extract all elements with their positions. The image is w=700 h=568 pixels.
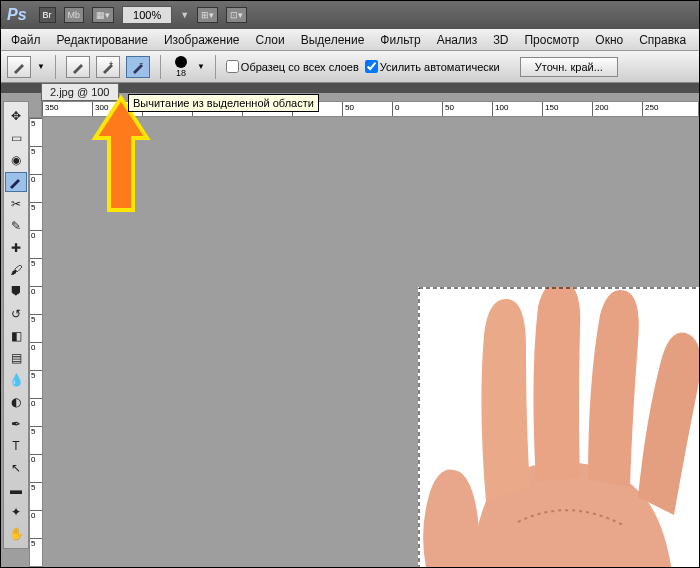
shape-tool-icon[interactable]: ▬: [5, 480, 27, 500]
lasso-tool-icon[interactable]: ◉: [5, 150, 27, 170]
auto-enhance-label: Усилить автоматически: [380, 61, 500, 73]
add-selection-icon[interactable]: +: [96, 56, 120, 78]
zoom-dropdown-icon[interactable]: ▼: [180, 10, 189, 20]
auto-enhance-input[interactable]: [365, 60, 378, 73]
top-btn-hand-icon[interactable]: ⊞▾: [197, 7, 218, 23]
top-btn-screen-icon[interactable]: ⊡▾: [226, 7, 247, 23]
crop-tool-icon[interactable]: ✂: [5, 194, 27, 214]
brush-size-picker[interactable]: 18: [171, 56, 191, 78]
zoom-field[interactable]: 100%: [122, 6, 172, 24]
blur-tool-icon[interactable]: 💧: [5, 370, 27, 390]
svg-text:−: −: [139, 60, 143, 67]
app-bar: Ps Br Mb ▦▾ 100% ▼ ⊞▾ ⊡▾: [1, 1, 699, 29]
type-tool-icon[interactable]: T: [5, 436, 27, 456]
ruler-vertical[interactable]: 55050505050505050: [29, 117, 43, 567]
menu-analysis[interactable]: Анализ: [437, 33, 478, 47]
subtract-selection-icon[interactable]: −: [126, 56, 150, 78]
brush-size-value: 18: [176, 68, 186, 78]
hand-tool-icon[interactable]: ✋: [5, 524, 27, 544]
top-btn-film-icon[interactable]: ▦▾: [92, 7, 114, 23]
sample-all-input[interactable]: [226, 60, 239, 73]
sample-all-label: Образец со всех слоев: [241, 61, 359, 73]
path-tool-icon[interactable]: ↖: [5, 458, 27, 478]
menu-view[interactable]: Просмотр: [524, 33, 579, 47]
marquee-tool-icon[interactable]: ▭: [5, 128, 27, 148]
eyedropper-tool-icon[interactable]: ✎: [5, 216, 27, 236]
tool-preset-dropdown-icon[interactable]: ▼: [37, 62, 45, 71]
menu-window[interactable]: Окно: [595, 33, 623, 47]
menu-image[interactable]: Изображение: [164, 33, 240, 47]
annotation-arrow-icon: [91, 94, 151, 214]
refine-edge-button[interactable]: Уточн. край...: [520, 57, 618, 77]
menu-3d[interactable]: 3D: [493, 33, 508, 47]
tooltip: Вычитание из выделенной области: [128, 94, 319, 112]
pen-tool-icon[interactable]: ✒: [5, 414, 27, 434]
auto-enhance-checkbox[interactable]: Усилить автоматически: [365, 60, 500, 73]
top-btn-mb[interactable]: Mb: [64, 7, 85, 23]
history-brush-icon[interactable]: ↺: [5, 304, 27, 324]
sample-all-checkbox[interactable]: Образец со всех слоев: [226, 60, 359, 73]
brush-dropdown-icon[interactable]: ▼: [197, 62, 205, 71]
svg-text:+: +: [109, 60, 113, 67]
menu-file[interactable]: Файл: [11, 33, 41, 47]
document-image[interactable]: [418, 287, 699, 567]
ps-logo: Ps: [7, 6, 27, 24]
quick-select-tool-icon[interactable]: [5, 172, 27, 192]
move-tool-icon[interactable]: ✥: [5, 106, 27, 126]
top-btn-br[interactable]: Br: [39, 7, 56, 23]
healing-tool-icon[interactable]: ✚: [5, 238, 27, 258]
brush-dot-icon: [175, 56, 187, 68]
menu-select[interactable]: Выделение: [301, 33, 365, 47]
tool-preset-icon[interactable]: [7, 56, 31, 78]
svg-marker-3: [95, 98, 147, 210]
menu-help[interactable]: Справка: [639, 33, 686, 47]
options-bar: ▼ + − 18 ▼ Образец со всех слоев Усилить…: [1, 51, 699, 83]
menu-bar: Файл Редактирование Изображение Слои Выд…: [1, 29, 699, 51]
menu-layers[interactable]: Слои: [256, 33, 285, 47]
stamp-tool-icon[interactable]: ⛊: [5, 282, 27, 302]
dodge-tool-icon[interactable]: ◐: [5, 392, 27, 412]
brush-tool-icon[interactable]: 🖌: [5, 260, 27, 280]
eraser-tool-icon[interactable]: ◧: [5, 326, 27, 346]
tool-palette: ✥ ▭ ◉ ✂ ✎ ✚ 🖌 ⛊ ↺ ◧ ▤ 💧 ◐ ✒ T ↖ ▬ ✦ ✋: [3, 101, 29, 549]
new-selection-icon[interactable]: [66, 56, 90, 78]
menu-edit[interactable]: Редактирование: [57, 33, 148, 47]
3d-tool-icon[interactable]: ✦: [5, 502, 27, 522]
gradient-tool-icon[interactable]: ▤: [5, 348, 27, 368]
menu-filter[interactable]: Фильтр: [380, 33, 420, 47]
